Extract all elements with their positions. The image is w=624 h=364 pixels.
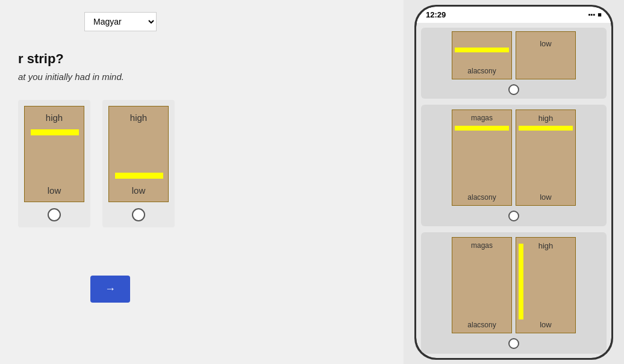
phone-card3-right-bar: [519, 244, 523, 319]
phone-card2-radio[interactable]: [508, 211, 519, 221]
phone-card-1-row: alacsony low: [425, 31, 603, 79]
option2-radio[interactable]: [132, 208, 145, 221]
language-select[interactable]: Magyar English Deutsch: [84, 12, 157, 31]
phone-card2-left: magas alacsony: [452, 110, 512, 206]
card2-low-label: low: [132, 185, 146, 196]
phone-status-bar: 12:29 ▪▪▪ ■: [416, 7, 611, 23]
phone-card3-left-bottom: alacsony: [467, 321, 496, 329]
question-title: r strip?: [18, 51, 385, 67]
phone-card3-right-bottom: low: [540, 320, 552, 329]
phone-content: alacsony low magas: [416, 23, 611, 358]
phone-card-2-row: magas alacsony high low: [426, 110, 602, 206]
phone-card3-right-top: high: [538, 241, 554, 250]
phone-card2-right-bar: [519, 126, 573, 131]
battery-icon: ■: [597, 11, 602, 18]
phone-card1-radio[interactable]: [508, 84, 519, 95]
card1-yellow-bar: [31, 129, 79, 135]
phone-card2-left-bar: [455, 126, 509, 131]
card2-high-label: high: [130, 113, 147, 123]
phone-card3-left: magas alacsony: [452, 237, 512, 333]
card-visual-1: high low: [24, 106, 84, 202]
phone-card1-right: low: [516, 31, 576, 79]
question-subtitle: at you initially had in mind.: [18, 72, 385, 82]
status-icons: ▪▪▪ ■: [588, 11, 602, 18]
phone-card1-left-bottom: alacsony: [467, 67, 496, 75]
phone-card-2[interactable]: magas alacsony high low: [421, 105, 607, 226]
phone-card1-left: alacsony: [452, 31, 512, 79]
left-panel: Magyar English Deutsch r strip? at you i…: [0, 0, 404, 364]
phone-card1-right-top: low: [540, 37, 552, 48]
phone-time: 12:29: [426, 10, 446, 19]
next-button[interactable]: →: [90, 276, 130, 303]
card2-yellow-bar: [115, 173, 163, 179]
language-select-wrapper[interactable]: Magyar English Deutsch: [84, 12, 157, 31]
phone-mockup: 12:29 ▪▪▪ ■ alacsony: [414, 5, 613, 360]
phone-card-1[interactable]: alacsony low: [421, 28, 607, 99]
phone-card3-radio[interactable]: [508, 338, 519, 349]
phone-card2-right: high low: [516, 110, 576, 206]
option1-radio[interactable]: [48, 208, 61, 221]
phone-card2-left-top: magas: [471, 114, 493, 122]
card1-high-label: high: [46, 113, 63, 123]
card1-low-label: low: [48, 185, 61, 196]
phone-card1-left-bar: [455, 48, 509, 52]
phone-card-3-row: magas alacsony high low: [426, 237, 602, 333]
signal-icon: ▪▪▪: [588, 11, 596, 18]
phone-card3-right: high low: [516, 237, 576, 333]
options-row: high low high low: [18, 100, 385, 227]
option-card-2[interactable]: high low: [102, 100, 175, 227]
phone-screen: 12:29 ▪▪▪ ■ alacsony: [416, 7, 611, 358]
phone-card2-right-bottom: low: [540, 193, 552, 202]
right-panel: 12:29 ▪▪▪ ■ alacsony: [404, 0, 624, 364]
phone-card3-left-top: magas: [471, 241, 493, 250]
phone-card2-right-top: high: [538, 114, 554, 123]
phone-card2-left-bottom: alacsony: [467, 193, 496, 202]
card-visual-2: high low: [108, 106, 169, 202]
option-card-1[interactable]: high low: [18, 100, 90, 227]
phone-card-3[interactable]: magas alacsony high low: [421, 232, 607, 354]
